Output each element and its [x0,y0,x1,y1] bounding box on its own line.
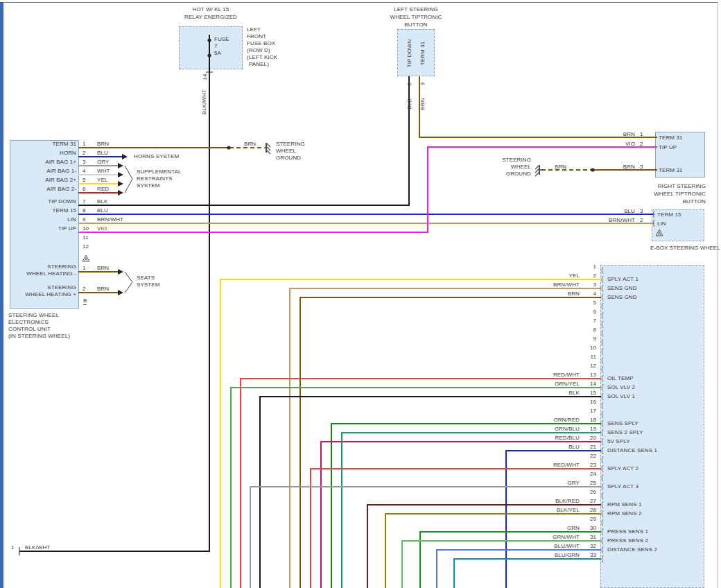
arrow-icon [118,290,123,295]
junction-dot [591,168,594,171]
wire-tipup-vio [78,147,657,232]
wiring-diagram-page: AA HOT W/ KL 15RELAY ENERGIZEDFUSE75ALEF… [0,0,721,588]
brace-line [125,272,132,282]
ground-symbol [267,144,270,147]
wire-layer: AA [0,0,721,588]
wire-p14-grn-yel [231,388,601,588]
arrow-icon [118,172,123,178]
wire-p31-grn-wht [402,541,601,588]
wire-leftbtn-term31-brn [419,76,657,137]
brace-line [125,179,132,193]
triangle-ref-letter: A [658,231,661,236]
brace-line [125,166,132,179]
ground-symbol [267,147,270,150]
wire-p18-grn-red [331,424,601,588]
wire-fuse-feed-blk-wht [19,69,209,551]
wire-p28-blk-yel [385,514,601,588]
wire-p20-red-blu [321,442,601,588]
ground-symbol [535,169,539,173]
wire-p19-grn-blu [342,433,601,588]
junction-dot [207,38,211,42]
wire-p25-gry [250,487,601,588]
ground-symbol [535,173,539,176]
ground-symbol [267,150,270,154]
wire-p33-blu-grn [454,559,601,588]
arrow-icon [118,190,123,196]
wire-p21-blu [506,451,601,588]
wire-p4-brn [300,297,601,588]
arrow-icon [118,269,123,275]
arrow-icon [118,163,123,168]
junction-dot [227,146,230,149]
ground-symbol [535,166,539,169]
brace-line [125,282,132,293]
wire-p32-blu-wht [437,550,601,588]
junction-dot [207,53,211,57]
triangle-ref-letter: A [85,257,88,261]
wire-p3-brn-wht [290,288,601,588]
wire-p2-yel [220,279,601,588]
arrow-icon [118,181,123,187]
arrow-icon [122,154,128,159]
wire-tipdown-blk [78,76,409,205]
